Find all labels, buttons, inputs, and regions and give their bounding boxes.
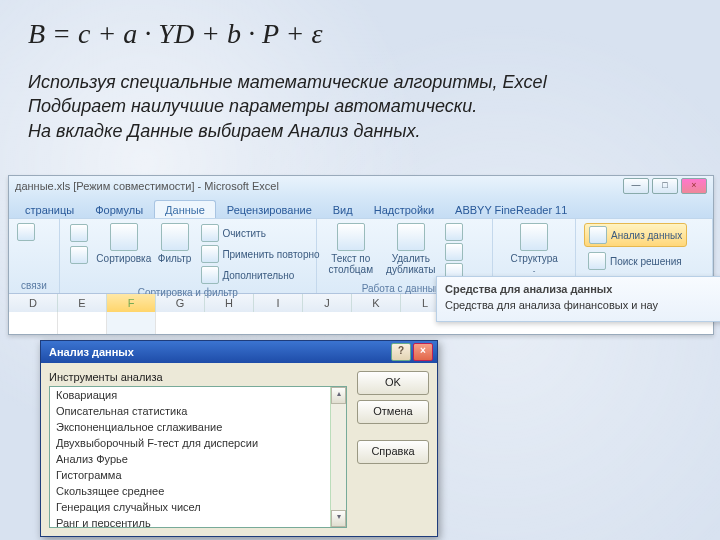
dialog-cancel-button[interactable]: Отмена — [357, 400, 429, 424]
column-header[interactable]: K — [352, 294, 401, 312]
tooltip-body: Средства для анализа финансовых и нау — [445, 299, 720, 311]
reapply-filter-button[interactable]: Применить повторно — [199, 244, 321, 264]
filter-button[interactable]: Фильтр — [158, 223, 192, 264]
column-header[interactable]: F — [107, 294, 156, 312]
clear-filter-button[interactable]: Очистить — [199, 223, 321, 243]
structure-icon — [520, 223, 548, 251]
sort-desc-icon — [70, 246, 88, 264]
tab-data[interactable]: Данные — [154, 200, 216, 218]
data-analysis-dialog: Анализ данных ? × Инструменты анализа Ко… — [40, 340, 438, 537]
tab-formulas[interactable]: Формулы — [85, 201, 153, 218]
tab-review[interactable]: Рецензирование — [217, 201, 322, 218]
reapply-icon — [201, 245, 219, 263]
list-item[interactable]: Скользящее среднее — [50, 483, 346, 499]
advanced-icon — [201, 266, 219, 284]
solver-icon — [588, 252, 606, 270]
scrollbar-down-button[interactable]: ▾ — [331, 510, 346, 527]
dialog-title-text: Анализ данных — [49, 346, 134, 358]
data-validation-icon[interactable] — [445, 223, 463, 241]
sort-asc-button[interactable] — [68, 223, 90, 243]
dialog-help-info-button[interactable]: Справка — [357, 440, 429, 464]
column-header[interactable]: J — [303, 294, 352, 312]
caption-line: Используя специальные математические алг… — [28, 70, 700, 94]
window-title: данные.xls [Режим совместимости] - Micro… — [15, 180, 279, 192]
column-header[interactable]: I — [254, 294, 303, 312]
remove-duplicates-icon — [397, 223, 425, 251]
sort-icon — [110, 223, 138, 251]
column-header[interactable]: E — [58, 294, 107, 312]
list-item[interactable]: Экспоненциальное сглаживание — [50, 419, 346, 435]
list-item[interactable]: Ранг и персентиль — [50, 515, 346, 528]
dialog-list-label: Инструменты анализа — [49, 371, 347, 383]
window-close-button[interactable]: × — [681, 178, 707, 194]
list-item[interactable]: Генерация случайных чисел — [50, 499, 346, 515]
sort-button[interactable]: Сортировка — [98, 223, 150, 264]
text-to-columns-icon — [337, 223, 365, 251]
window-titlebar: данные.xls [Режим совместимости] - Micro… — [9, 176, 713, 196]
clear-icon — [201, 224, 219, 242]
window-minimize-button[interactable]: — — [623, 178, 649, 194]
caption-block: Используя специальные математические алг… — [28, 70, 700, 143]
window-maximize-button[interactable]: □ — [652, 178, 678, 194]
dialog-ok-button[interactable]: OK — [357, 371, 429, 395]
list-item[interactable]: Описательная статистика — [50, 403, 346, 419]
tooltip-analysis-tools: Средства для анализа данных Средства для… — [436, 276, 720, 322]
column-header[interactable]: H — [205, 294, 254, 312]
dialog-close-button[interactable]: × — [413, 343, 433, 361]
consolidate-icon[interactable] — [445, 243, 463, 261]
analysis-tools-listbox[interactable]: КовариацияОписательная статистикаЭкспоне… — [49, 386, 347, 528]
list-item[interactable]: Двухвыборочный F-тест для дисперсии — [50, 435, 346, 451]
tab-abbyy[interactable]: ABBYY FineReader 11 — [445, 201, 577, 218]
group-label-links: связи — [17, 280, 51, 291]
caption-line: Подбирает наилучшие параметры автоматиче… — [28, 94, 700, 118]
sort-asc-icon — [70, 224, 88, 242]
filter-label: Фильтр — [158, 253, 192, 264]
list-item[interactable]: Анализ Фурье — [50, 451, 346, 467]
sort-desc-button[interactable] — [68, 245, 90, 265]
dialog-titlebar[interactable]: Анализ данных ? × — [41, 341, 437, 363]
scrollbar-up-button[interactable]: ▴ — [331, 387, 346, 404]
tab-page-layout[interactable]: страницы — [15, 201, 84, 218]
text-to-columns-button[interactable]: Текст постолбцам — [325, 223, 377, 275]
tab-addins[interactable]: Надстройки — [364, 201, 444, 218]
list-item[interactable]: Ковариация — [50, 387, 346, 403]
list-item[interactable]: Гистограмма — [50, 467, 346, 483]
advanced-filter-button[interactable]: Дополнительно — [199, 265, 321, 285]
ribbon-tabs: страницы Формулы Данные Рецензирование В… — [9, 196, 713, 218]
refresh-icon[interactable] — [17, 223, 35, 241]
filter-icon — [161, 223, 189, 251]
dialog-help-button[interactable]: ? — [391, 343, 411, 361]
column-header[interactable]: D — [9, 294, 58, 312]
structure-button[interactable]: Структура - — [508, 223, 560, 275]
listbox-scrollbar[interactable]: ▴ ▾ — [330, 387, 346, 527]
remove-duplicates-button[interactable]: Удалитьдубликаты — [385, 223, 437, 275]
tab-view[interactable]: Вид — [323, 201, 363, 218]
tooltip-title: Средства для анализа данных — [445, 283, 720, 295]
scrollbar-track[interactable] — [331, 404, 346, 510]
sort-label: Сортировка — [96, 253, 151, 264]
solver-button[interactable]: Поиск решения — [584, 250, 686, 272]
data-analysis-button[interactable]: Анализ данных — [584, 223, 687, 247]
column-header[interactable]: G — [156, 294, 205, 312]
caption-line: На вкладке Данные выбираем Анализ данных… — [28, 119, 700, 143]
data-analysis-icon — [589, 226, 607, 244]
formula-text: B = c + a · YD + b · P + ε — [28, 18, 323, 50]
